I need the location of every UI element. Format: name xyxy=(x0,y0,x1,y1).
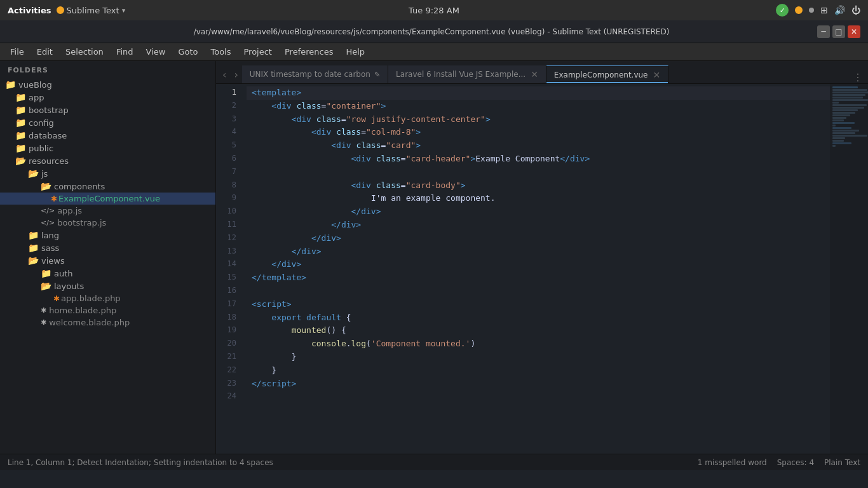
status-syntax[interactable]: Plain Text xyxy=(824,458,860,467)
modified-icon: ✱ xyxy=(51,194,57,203)
sidebar-item-public[interactable]: 📁 public xyxy=(0,142,215,154)
code-line-23: </script> xyxy=(247,377,830,391)
folder-icon: 📁 xyxy=(15,105,26,115)
system-time: Tue 9:28 AM xyxy=(409,6,459,15)
folder-label: app xyxy=(29,93,44,102)
menu-item-selection[interactable]: Selection xyxy=(60,46,109,58)
tab-close-button[interactable]: ✕ xyxy=(531,69,538,79)
sidebar-item-bootstrap-js[interactable]: </> bootstrap.js xyxy=(0,217,215,229)
activities-button[interactable]: Activities xyxy=(8,6,51,15)
file-label: bootstrap.js xyxy=(57,218,106,227)
sidebar-item-example-component[interactable]: ✱ ExampleComponent.vue xyxy=(0,193,215,205)
sidebar-item-welcome-blade[interactable]: ✱ welcome.blade.php xyxy=(0,316,215,329)
folder-icon: 📁 xyxy=(41,268,51,278)
tab-nav-next[interactable]: › xyxy=(230,65,241,83)
file-label: ExampleComponent.vue xyxy=(58,194,160,203)
file-label: home.blade.php xyxy=(49,306,116,315)
folder-label: public xyxy=(29,144,53,153)
sidebar-item-database[interactable]: 📁 database xyxy=(0,129,215,142)
sidebar-item-app-js[interactable]: </> app.js xyxy=(0,205,215,217)
sidebar-item-views[interactable]: 📂 views xyxy=(0,254,215,267)
code-line-11: </div> xyxy=(247,219,830,232)
sidebar-item-sass[interactable]: 📁 sass xyxy=(0,241,215,254)
tab-laravel-vue[interactable]: Laravel 6 Install Vue JS Example... ✕ xyxy=(388,65,546,83)
menu-item-project[interactable]: Project xyxy=(238,46,276,58)
file-label: app.js xyxy=(57,206,82,215)
code-line-8: <div class="card-body"> xyxy=(247,179,830,193)
menu-item-view[interactable]: View xyxy=(141,46,171,58)
app-name-label: Sublime Text xyxy=(67,6,119,15)
menu-bar: FileEditSelectionFindViewGotoToolsProjec… xyxy=(0,43,868,61)
folder-label: js xyxy=(41,169,48,179)
menu-item-find[interactable]: Find xyxy=(111,46,139,58)
folder-label: database xyxy=(29,131,67,140)
sidebar-item-lang[interactable]: 📁 lang xyxy=(0,229,215,241)
menu-item-tools[interactable]: Tools xyxy=(205,46,236,58)
file-label: welcome.blade.php xyxy=(49,318,130,327)
edit-icon: ✎ xyxy=(374,71,380,79)
code-line-24 xyxy=(247,390,830,403)
sidebar-item-js[interactable]: 📂 js xyxy=(0,167,215,180)
modified-icon: ✱ xyxy=(53,294,60,303)
main-layout: FOLDERS 📁 vueBlog 📁 app 📁 bootstrap 📁 co… xyxy=(0,61,868,454)
js-file-icon: </> xyxy=(41,207,55,215)
maximize-button[interactable]: □ xyxy=(832,25,845,38)
tab-example-component[interactable]: ExampleComponent.vue ✕ xyxy=(546,65,668,83)
close-button[interactable]: ✕ xyxy=(848,25,860,38)
code-line-9: I'm an example component. xyxy=(247,192,830,205)
code-line-12: </div> xyxy=(247,232,830,245)
tab-close-button[interactable]: ✕ xyxy=(653,70,661,80)
folder-label: views xyxy=(41,256,65,266)
folder-icon: 📁 xyxy=(15,118,26,128)
folder-label: config xyxy=(29,118,54,128)
minimize-button[interactable]: ─ xyxy=(817,25,830,38)
code-line-2: <div class="container"> xyxy=(247,100,830,113)
code-line-18: export default { xyxy=(247,311,830,325)
code-line-4: <div class="col-md-8"> xyxy=(247,126,830,139)
code-line-19: mounted() { xyxy=(247,324,830,337)
sidebar-item-auth[interactable]: 📁 auth xyxy=(0,267,215,280)
status-bar: Line 1, Column 1; Detect Indentation; Se… xyxy=(0,454,868,470)
sidebar-item-config[interactable]: 📁 config xyxy=(0,116,215,129)
folder-icon: 📁 xyxy=(15,143,26,153)
status-dot-yellow xyxy=(795,6,803,14)
sidebar-item-components[interactable]: 📂 components xyxy=(0,180,215,193)
folder-name: vueBlog xyxy=(18,80,52,90)
code-line-6: <div class="card-header">Example Compone… xyxy=(247,152,830,166)
tabs-menu-button[interactable]: ⋮ xyxy=(853,71,863,83)
code-line-20: console.log('Component mounted.') xyxy=(247,337,830,351)
app-name[interactable]: Sublime Text ▾ xyxy=(57,6,126,15)
folder-label: components xyxy=(54,182,105,191)
menu-item-edit[interactable]: Edit xyxy=(32,46,58,58)
folder-label: resources xyxy=(29,156,69,166)
sidebar-item-app[interactable]: 📁 app xyxy=(0,91,215,104)
code-line-16 xyxy=(247,285,830,298)
sidebar-item-vueblog[interactable]: 📁 vueBlog xyxy=(0,78,215,91)
menu-item-help[interactable]: Help xyxy=(341,46,370,58)
network-icon: ⊞ xyxy=(820,5,828,15)
code-line-10: </div> xyxy=(247,205,830,219)
file-label: app.blade.php xyxy=(61,294,121,303)
sidebar-item-resources[interactable]: 📂 resources xyxy=(0,154,215,167)
tabs-bar: ‹ › UNIX timestamp to date carbon ✎ Lara… xyxy=(216,61,868,84)
window-controls: ─ □ ✕ xyxy=(817,25,860,38)
folder-label: auth xyxy=(54,269,73,278)
menu-item-file[interactable]: File xyxy=(5,46,29,58)
code-line-14: </div> xyxy=(247,258,830,271)
sidebar-item-bootstrap[interactable]: 📁 bootstrap xyxy=(0,104,215,116)
menu-item-preferences[interactable]: Preferences xyxy=(280,46,338,58)
sidebar-item-layouts[interactable]: 📂 layouts xyxy=(0,280,215,292)
status-misspelled[interactable]: 1 misspelled word xyxy=(698,458,767,467)
status-spaces[interactable]: Spaces: 4 xyxy=(777,458,814,467)
tab-unix-timestamp[interactable]: UNIX timestamp to date carbon ✎ xyxy=(242,65,388,83)
sidebar-item-app-blade[interactable]: ✱ app.blade.php xyxy=(0,292,215,304)
app-icon xyxy=(57,6,64,14)
folder-open-icon: 📂 xyxy=(28,255,39,266)
code-editor[interactable]: 1 2 3 4 5 6 7 8 9 10 11 12 13 14 15 16 1 xyxy=(216,84,830,454)
tab-nav-prev[interactable]: ‹ xyxy=(219,65,230,83)
menu-item-goto[interactable]: Goto xyxy=(173,46,203,58)
sidebar-item-home-blade[interactable]: ✱ home.blade.php xyxy=(0,304,215,316)
tab-label: UNIX timestamp to date carbon xyxy=(250,70,370,79)
tab-label: Laravel 6 Install Vue JS Example... xyxy=(396,70,526,79)
title-bar: /var/www/me/laravel6/vueBlog/resources/j… xyxy=(0,20,868,43)
